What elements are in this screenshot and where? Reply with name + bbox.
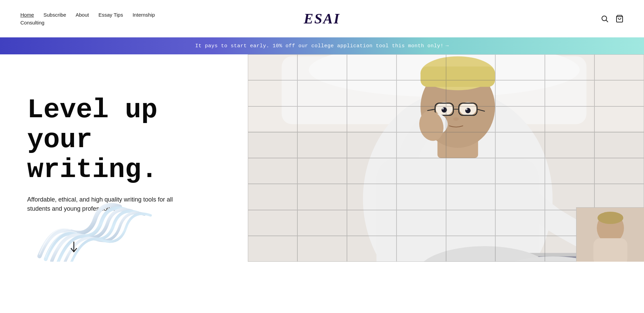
scroll-arrow: [71, 242, 178, 255]
search-icon: [601, 15, 609, 23]
banner-text: It pays to start early. 10% off our coll…: [195, 43, 449, 49]
left-panel: Level up your writing. Affordable, ethic…: [0, 54, 248, 262]
svg-point-37: [597, 212, 623, 224]
svg-rect-12: [421, 67, 495, 87]
hero-title: Level up your writing.: [27, 95, 227, 185]
hero-title-line1: Level up: [27, 94, 158, 125]
site-logo[interactable]: ESAI: [304, 11, 341, 27]
hero-title-line2: your writing.: [27, 124, 158, 185]
svg-rect-36: [593, 238, 627, 262]
banner-message: It pays to start early. 10% off our coll…: [195, 43, 444, 49]
logo-text: ESAI: [304, 11, 341, 27]
nav-about[interactable]: About: [76, 12, 89, 18]
banner-arrow: →: [446, 43, 449, 49]
svg-point-22: [442, 107, 444, 109]
secondary-photo-svg: [576, 208, 644, 262]
header: Home Subscribe About Essay Tips Internsh…: [0, 0, 644, 37]
arrow-down-icon: [71, 242, 77, 253]
svg-point-24: [453, 117, 459, 121]
nav-essay-tips[interactable]: Essay Tips: [98, 12, 123, 18]
nav-consulting[interactable]: Consulting: [20, 20, 44, 25]
main-content: Level up your writing. Affordable, ethic…: [0, 54, 644, 262]
header-icons: [601, 15, 624, 23]
promo-banner[interactable]: It pays to start early. 10% off our coll…: [0, 37, 644, 54]
nav-left: Home Subscribe About Essay Tips Internsh…: [20, 12, 155, 25]
nav-home[interactable]: Home: [20, 12, 34, 18]
secondary-photo: [576, 207, 644, 262]
cart-button[interactable]: [615, 15, 624, 23]
right-panel: [248, 54, 644, 262]
svg-point-0: [602, 16, 607, 21]
nav-internship[interactable]: Internship: [132, 12, 155, 18]
cart-icon: [615, 15, 624, 23]
svg-line-1: [606, 20, 608, 22]
nav-row2: Consulting: [20, 20, 155, 25]
search-button[interactable]: [601, 15, 609, 23]
nav-subscribe[interactable]: Subscribe: [43, 12, 66, 18]
nav-row1: Home Subscribe About Essay Tips Internsh…: [20, 12, 155, 18]
svg-point-23: [465, 108, 467, 110]
